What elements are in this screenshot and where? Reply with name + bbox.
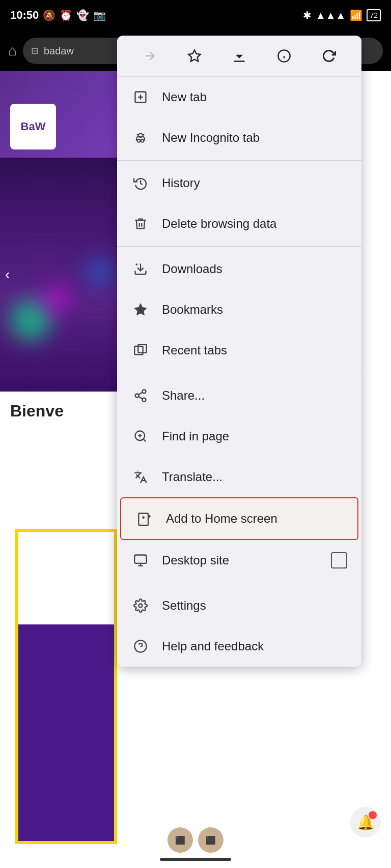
- find-icon: [131, 427, 150, 445]
- snapchat-icon: 👻: [76, 9, 89, 21]
- svg-rect-29: [134, 555, 146, 563]
- menu-item-add-to-home-screen[interactable]: Add to Home screen: [120, 497, 358, 540]
- menu-item-share[interactable]: Share...: [117, 375, 361, 416]
- desktop-icon: [131, 551, 150, 570]
- translate-icon: [131, 468, 150, 486]
- svg-rect-26: [138, 514, 148, 525]
- gear-icon: [131, 596, 150, 615]
- divider-1: [117, 160, 361, 161]
- menu-item-history[interactable]: History: [117, 163, 361, 203]
- history-icon: [131, 174, 150, 192]
- menu-item-desktop-site[interactable]: Desktop site: [117, 540, 361, 581]
- svg-marker-1: [188, 50, 200, 61]
- share-icon: [131, 386, 150, 405]
- menu-item-downloads[interactable]: Downloads: [117, 249, 361, 289]
- refresh-button[interactable]: [318, 45, 340, 67]
- info-button[interactable]: [273, 45, 295, 67]
- downloads-label: Downloads: [162, 262, 347, 276]
- bottom-icon-2: ⬛: [198, 827, 224, 853]
- menu-item-settings[interactable]: Settings: [117, 585, 361, 626]
- help-and-feedback-label: Help and feedback: [162, 639, 347, 653]
- trash-icon: [131, 215, 150, 233]
- menu-toolbar: [117, 36, 361, 77]
- url-text: badaw: [44, 45, 74, 57]
- site-logo: BaW: [10, 104, 56, 149]
- new-incognito-tab-label: New Incognito tab: [162, 131, 347, 145]
- alarm-icon: ⏰: [60, 9, 72, 21]
- divider-2: [117, 246, 361, 247]
- menu-item-translate[interactable]: Translate...: [117, 457, 361, 497]
- svg-point-17: [143, 390, 146, 393]
- svg-point-19: [143, 398, 146, 402]
- welcome-text: Bienve: [10, 402, 64, 420]
- bookmarks-label: Bookmarks: [162, 303, 347, 317]
- mute-icon: 🔕: [43, 9, 55, 21]
- time: 10:50: [10, 9, 39, 22]
- help-icon: [131, 637, 150, 655]
- svg-line-21: [138, 393, 143, 395]
- svg-point-32: [139, 604, 143, 608]
- recent-tabs-icon: [131, 341, 150, 360]
- plus-square-icon: [131, 88, 150, 106]
- download-toolbar-button[interactable]: [228, 45, 250, 67]
- purple-inner: [18, 624, 114, 841]
- star-fill-icon: [131, 301, 150, 319]
- menu-item-find-in-page[interactable]: Find in page: [117, 416, 361, 457]
- bluetooth-icon: ✱: [303, 9, 312, 21]
- divider-4: [117, 583, 361, 583]
- svg-point-8: [137, 139, 141, 142]
- content-area: Bienve: [0, 392, 122, 431]
- notification-bell[interactable]: 🔔: [350, 807, 381, 837]
- divider-3: [117, 373, 361, 373]
- forward-button[interactable]: [138, 45, 161, 67]
- share-label: Share...: [162, 388, 347, 403]
- desktop-site-label: Desktop site: [162, 553, 319, 567]
- battery-indicator: 72: [367, 9, 381, 21]
- menu-item-help-and-feedback[interactable]: Help and feedback: [117, 626, 361, 667]
- svg-line-20: [138, 397, 143, 399]
- recent-tabs-label: Recent tabs: [162, 343, 347, 357]
- translate-label: Translate...: [162, 470, 347, 484]
- add-to-home-screen-label: Add to Home screen: [166, 512, 343, 526]
- photo-strip: ‹: [0, 158, 122, 392]
- menu-item-new-incognito-tab[interactable]: New Incognito tab: [117, 117, 361, 158]
- svg-line-23: [143, 439, 146, 441]
- prev-button[interactable]: ‹: [5, 266, 10, 283]
- svg-point-9: [141, 139, 144, 142]
- yellow-box: [15, 529, 117, 844]
- desktop-site-checkbox[interactable]: [331, 552, 347, 568]
- new-tab-label: New tab: [162, 90, 347, 104]
- settings-label: Settings: [162, 598, 347, 613]
- bookmark-button[interactable]: [183, 45, 206, 67]
- svg-point-10: [138, 134, 143, 137]
- glow-orb-2: [41, 285, 71, 315]
- logo-text: BaW: [21, 120, 46, 133]
- signal-icon: ▲▲▲: [316, 10, 346, 21]
- menu-item-new-tab[interactable]: New tab: [117, 77, 361, 117]
- incognito-icon: [131, 129, 150, 147]
- find-in-page-label: Find in page: [162, 429, 347, 443]
- bottom-handle: [160, 858, 231, 861]
- menu-item-delete-browsing-data[interactable]: Delete browsing data: [117, 203, 361, 244]
- bottom-icon-row: ⬛ ⬛: [167, 827, 224, 853]
- menu-item-recent-tabs[interactable]: Recent tabs: [117, 330, 361, 371]
- wifi-icon: 📶: [350, 9, 362, 21]
- status-bar: 10:50 🔕 ⏰ 👻 📷 ✱ ▲▲▲ 📶 72: [0, 0, 391, 31]
- status-left: 10:50 🔕 ⏰ 👻 📷: [10, 9, 106, 22]
- svg-marker-14: [134, 304, 146, 315]
- notification-dot: [369, 811, 377, 819]
- svg-point-18: [135, 394, 139, 398]
- add-home-icon: [135, 510, 154, 528]
- downloads-icon: [131, 260, 150, 278]
- camera-icon: 📷: [93, 9, 106, 21]
- tabs-icon: ⊟: [31, 45, 39, 56]
- status-right: ✱ ▲▲▲ 📶 72: [303, 9, 381, 21]
- home-button[interactable]: ⌂: [8, 43, 17, 59]
- delete-browsing-data-label: Delete browsing data: [162, 217, 347, 231]
- history-label: History: [162, 176, 347, 190]
- glow-orb-3: [87, 259, 112, 285]
- bottom-icon-1: ⬛: [167, 827, 193, 853]
- menu-item-bookmarks[interactable]: Bookmarks: [117, 289, 361, 330]
- context-menu: New tab New Incognito tab History: [117, 36, 361, 667]
